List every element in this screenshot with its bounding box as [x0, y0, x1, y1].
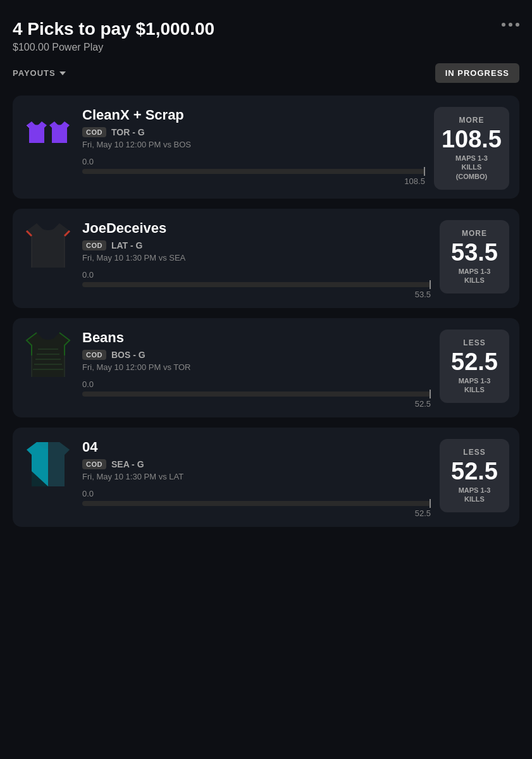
chevron-down-icon	[59, 71, 66, 75]
stat-number-1: 108.5	[442, 127, 502, 151]
progress-section-1: 0.0 108.5	[82, 157, 425, 186]
pick-stat-2: MORE 53.5 MAPS 1-3KILLS	[440, 220, 509, 294]
picks-container: CleanX + Scrap COD TOR - G Fri, May 10 1…	[13, 96, 519, 527]
progress-label-start-3: 0.0	[82, 379, 431, 389]
pick-stat-3: LESS 52.5 MAPS 1-3KILLS	[440, 330, 509, 404]
progress-section-4: 0.0 52.5	[82, 489, 431, 518]
progress-marker-3	[430, 390, 431, 398]
stat-number-2: 53.5	[451, 240, 498, 264]
progress-label-start-2: 0.0	[82, 270, 431, 280]
pick-meta-1: COD TOR - G	[82, 127, 425, 137]
header-section: 4 Picks to pay $1,000.00 $100.00 Power P…	[13, 19, 519, 53]
dot-3	[516, 23, 519, 27]
in-progress-badge: IN PROGRESS	[435, 63, 519, 83]
progress-marker-1	[424, 167, 425, 176]
game-time-2: Fri, May 10 1:30 PM vs SEA	[82, 253, 431, 262]
header-top: 4 Picks to pay $1,000.00	[13, 19, 519, 39]
progress-bar-container-2	[82, 282, 431, 287]
progress-marker-4	[430, 499, 431, 508]
progress-bar-container-1	[82, 169, 425, 174]
stat-number-3: 52.5	[451, 350, 498, 374]
pick-card-1[interactable]: CleanX + Scrap COD TOR - G Fri, May 10 1…	[13, 96, 519, 199]
stat-desc-4: MAPS 1-3KILLS	[459, 486, 491, 504]
pick-card-3[interactable]: Beans COD BOS - G Fri, May 10 12:00 PM v…	[13, 318, 519, 417]
progress-start-4: 0.0	[82, 489, 94, 498]
progress-end-label-1: 108.5	[82, 176, 425, 186]
pick-meta-4: COD SEA - G	[82, 459, 431, 469]
team-info-1: TOR - G	[111, 127, 145, 137]
main-title: 4 Picks to pay $1,000.00	[13, 19, 214, 39]
cod-badge-2: COD	[82, 240, 106, 250]
progress-end-label-3: 52.5	[82, 399, 431, 409]
progress-start-1: 0.0	[82, 157, 94, 166]
cod-badge-3: COD	[82, 350, 106, 360]
pick-card-4[interactable]: 04 COD SEA - G Fri, May 10 1:30 PM vs LA…	[13, 428, 519, 527]
progress-start-2: 0.0	[82, 270, 94, 280]
stat-direction-1: MORE	[459, 116, 484, 125]
pick-avatar-3	[23, 330, 73, 380]
progress-label-start-1: 0.0	[82, 157, 425, 166]
pick-avatar-1	[23, 107, 73, 157]
progress-label-start-4: 0.0	[82, 489, 431, 498]
stat-direction-4: LESS	[463, 448, 485, 457]
progress-end-label-4: 52.5	[82, 509, 431, 518]
pick-name-4: 04	[82, 439, 431, 455]
stat-desc-2: MAPS 1-3KILLS	[459, 267, 491, 285]
pick-name-1: CleanX + Scrap	[82, 107, 425, 123]
game-time-1: Fri, May 10 12:00 PM vs BOS	[82, 140, 425, 149]
dots-menu[interactable]	[502, 19, 519, 27]
payouts-row: PAYOUTS IN PROGRESS	[13, 63, 519, 83]
pick-avatar-2	[23, 220, 73, 271]
progress-end-label-2: 53.5	[82, 290, 431, 299]
dot-1	[502, 23, 505, 27]
pick-avatar-4	[23, 439, 73, 490]
progress-section-2: 0.0 53.5	[82, 270, 431, 299]
dot-2	[509, 23, 512, 27]
pick-name-2: JoeDeceives	[82, 220, 431, 237]
pick-stat-4: LESS 52.5 MAPS 1-3KILLS	[440, 439, 509, 513]
progress-bar-container-3	[82, 392, 431, 397]
pick-card-2[interactable]: JoeDeceives COD LAT - G Fri, May 10 1:30…	[13, 209, 519, 308]
team-info-3: BOS - G	[111, 350, 145, 360]
subtitle: $100.00 Power Play	[13, 42, 519, 53]
stat-direction-3: LESS	[463, 338, 485, 347]
cod-badge-4: COD	[82, 459, 106, 469]
pick-meta-2: COD LAT - G	[82, 240, 431, 250]
progress-marker-2	[430, 280, 431, 289]
stat-desc-3: MAPS 1-3KILLS	[459, 376, 491, 395]
stat-desc-1: MAPS 1-3KILLS(COMBO)	[455, 154, 488, 181]
pick-info-3: Beans COD BOS - G Fri, May 10 12:00 PM v…	[82, 330, 431, 409]
progress-bar-container-4	[82, 501, 431, 506]
game-time-3: Fri, May 10 12:00 PM vs TOR	[82, 362, 431, 372]
cod-badge-1: COD	[82, 127, 106, 137]
payouts-label: PAYOUTS	[13, 68, 56, 78]
stat-direction-2: MORE	[462, 229, 487, 238]
pick-info-1: CleanX + Scrap COD TOR - G Fri, May 10 1…	[82, 107, 425, 186]
team-info-2: LAT - G	[111, 240, 143, 250]
pick-info-2: JoeDeceives COD LAT - G Fri, May 10 1:30…	[82, 220, 431, 299]
pick-meta-3: COD BOS - G	[82, 350, 431, 360]
pick-name-3: Beans	[82, 330, 431, 346]
game-time-4: Fri, May 10 1:30 PM vs LAT	[82, 472, 431, 481]
team-info-4: SEA - G	[111, 459, 144, 469]
progress-section-3: 0.0 52.5	[82, 379, 431, 409]
payouts-button[interactable]: PAYOUTS	[13, 68, 66, 78]
progress-start-3: 0.0	[82, 379, 94, 389]
pick-stat-1: MORE 108.5 MAPS 1-3KILLS(COMBO)	[434, 107, 509, 190]
pick-info-4: 04 COD SEA - G Fri, May 10 1:30 PM vs LA…	[82, 439, 431, 518]
stat-number-4: 52.5	[451, 459, 498, 483]
